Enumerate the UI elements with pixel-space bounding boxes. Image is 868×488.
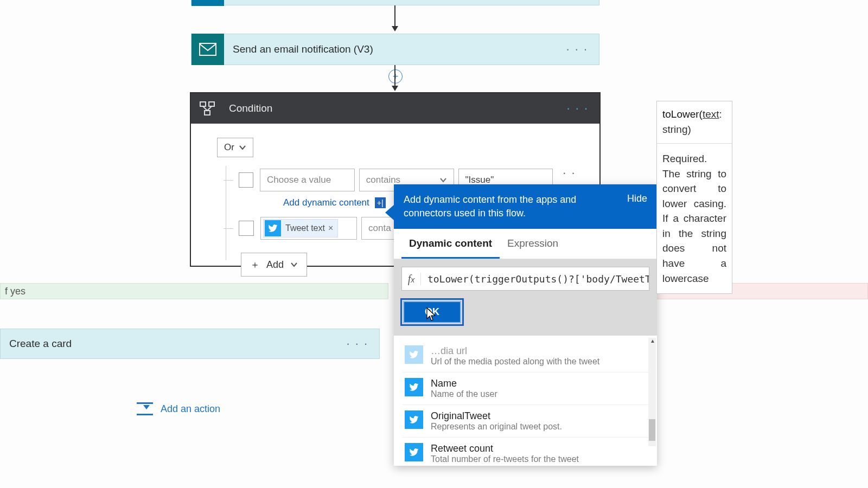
- dc-tabs: Dynamic content Expression: [394, 229, 657, 259]
- ok-button[interactable]: OK: [403, 301, 461, 323]
- tab-dynamic-content[interactable]: Dynamic content: [401, 229, 500, 259]
- tooltip-signature: toLower(text: string): [657, 101, 732, 144]
- item-desc: Url of the media posted along with the t…: [431, 357, 599, 367]
- twitter-icon: [265, 220, 281, 236]
- svg-rect-5: [200, 102, 206, 106]
- connector-arrow: [391, 5, 399, 31]
- svg-rect-7: [205, 111, 210, 115]
- connector-arrow: [391, 65, 399, 91]
- twitter-icon: [405, 443, 423, 461]
- dynamic-content-panel: Add dynamic content from the apps and co…: [394, 184, 657, 466]
- token-label: Tweet text: [285, 223, 325, 233]
- twitter-icon: [405, 378, 423, 396]
- svg-line-8: [203, 106, 207, 111]
- branch-connector: [224, 180, 233, 181]
- item-name: Name: [431, 378, 497, 389]
- dc-panel-header: Add dynamic content from the apps and co…: [394, 184, 657, 229]
- dynamic-content-list: ▲ …dia url Url of the media posted along…: [394, 336, 657, 466]
- group-operator-dropdown[interactable]: Or: [217, 138, 253, 157]
- step-title: Create a card: [9, 338, 72, 350]
- expression-text: toLower(triggerOutputs()?['body/TweetTex…: [421, 273, 649, 285]
- value-input[interactable]: Tweet text ×: [260, 217, 357, 240]
- svg-rect-2: [200, 43, 216, 55]
- add-action-label: Add an action: [161, 403, 220, 415]
- step-title: Send an email notification (V3): [224, 43, 555, 55]
- step-create-card[interactable]: Create a card · · ·: [0, 329, 380, 359]
- remove-token-button[interactable]: ×: [328, 223, 333, 233]
- dc-item-media-url-partial[interactable]: …dia url Url of the media posted along w…: [403, 340, 648, 373]
- tooltip-fn: toLower(: [662, 108, 703, 120]
- value-placeholder: Choose a value: [267, 175, 331, 185]
- add-action-icon: [137, 402, 153, 415]
- add-button-label: Add: [266, 259, 284, 271]
- item-name: Retweet count: [431, 443, 579, 454]
- condition-menu-button[interactable]: · · ·: [556, 101, 599, 115]
- tab-expression[interactable]: Expression: [500, 229, 566, 259]
- chevron-down-icon: [239, 145, 246, 150]
- svg-marker-4: [392, 86, 398, 91]
- scrollbar[interactable]: ▲: [648, 338, 656, 446]
- svg-line-9: [207, 106, 212, 111]
- function-tooltip: toLower(text: string) Required. The stri…: [656, 101, 732, 294]
- step-menu-button[interactable]: · · ·: [335, 337, 379, 351]
- svg-rect-6: [209, 102, 214, 106]
- step-icon-placeholder: [192, 0, 224, 6]
- dc-item-name[interactable]: Name Name of the user: [403, 373, 648, 405]
- dynamic-token: Tweet text ×: [263, 219, 338, 237]
- twitter-icon: [405, 410, 423, 429]
- item-desc: Represents an original tweet post.: [431, 422, 562, 432]
- ok-button-highlight: OK: [400, 298, 464, 326]
- svg-marker-1: [392, 26, 398, 31]
- tooltip-arg: text: [703, 108, 719, 120]
- item-desc: Total number of re-tweets for the tweet: [431, 454, 579, 464]
- plus-icon: ＋: [250, 258, 260, 271]
- operator-label: contains: [366, 175, 400, 185]
- add-action-button[interactable]: Add an action: [137, 402, 220, 415]
- callout-pointer: [385, 205, 394, 220]
- dc-item-original-tweet[interactable]: OriginalTweet Represents an original twe…: [403, 405, 648, 438]
- chevron-down-icon: [290, 262, 298, 267]
- item-name: …dia url: [431, 345, 599, 357]
- expression-area: fx toLower(triggerOutputs()?['body/Tweet…: [394, 259, 657, 336]
- twitter-icon: [405, 345, 423, 364]
- group-operator-label: Or: [224, 142, 234, 153]
- branch-connector: [224, 228, 233, 229]
- if-yes-branch[interactable]: f yes: [0, 283, 388, 299]
- adc-badge-icon: +|: [375, 197, 386, 208]
- condition-icon: [191, 93, 224, 124]
- operator-dropdown-partial[interactable]: conta: [361, 217, 394, 240]
- row-checkbox[interactable]: [239, 221, 254, 236]
- condition-header[interactable]: Condition · · ·: [191, 93, 599, 124]
- value-input[interactable]: Choose a value: [260, 169, 355, 191]
- scroll-up-icon: ▲: [650, 338, 655, 344]
- step-menu-button[interactable]: · · ·: [555, 42, 599, 56]
- if-yes-label-partial: f yes: [5, 286, 25, 297]
- step-send-email[interactable]: Send an email notification (V3) · · ·: [191, 34, 599, 65]
- dc-item-retweet-count[interactable]: Retweet count Total number of re-tweets …: [403, 438, 648, 466]
- hide-panel-button[interactable]: Hide: [627, 193, 647, 204]
- tooltip-desc: Required. The string to convert to lower…: [657, 144, 732, 293]
- row-checkbox[interactable]: [239, 172, 253, 188]
- previous-step-partial: [191, 0, 599, 5]
- item-desc: Name of the user: [431, 389, 497, 399]
- condition-title: Condition: [224, 102, 556, 114]
- dc-header-text: Add dynamic content from the apps and co…: [404, 193, 620, 220]
- fx-icon: fx: [402, 273, 421, 285]
- adc-link-label: Add dynamic content: [283, 197, 369, 208]
- add-condition-button[interactable]: ＋ Add: [241, 253, 307, 277]
- chevron-down-icon: [439, 177, 447, 183]
- scroll-thumb[interactable]: [649, 419, 655, 441]
- operator-label-partial: conta: [368, 223, 391, 234]
- mail-icon: [192, 34, 224, 65]
- item-name: OriginalTweet: [431, 410, 562, 422]
- expression-input[interactable]: fx toLower(triggerOutputs()?['body/Tweet…: [401, 267, 649, 291]
- comparison-value: "Issue": [465, 175, 494, 185]
